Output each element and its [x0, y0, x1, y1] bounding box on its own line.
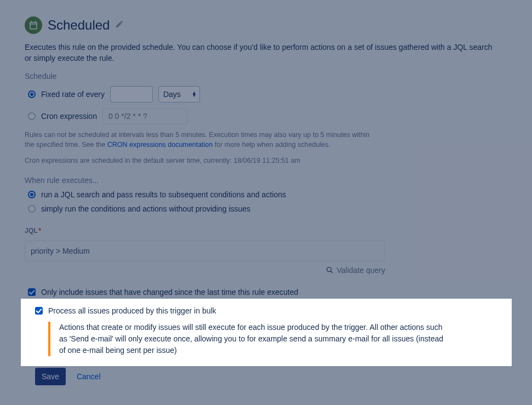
jql-option-label: run a JQL search and pass results to sub… [41, 190, 286, 199]
validate-query-link[interactable]: Validate query [337, 266, 385, 275]
simple-option-radio[interactable] [28, 205, 36, 213]
fixed-rate-label: Fixed rate of every [41, 90, 105, 99]
svg-point-0 [327, 267, 331, 272]
svg-line-1 [330, 271, 333, 273]
fixed-rate-input[interactable] [110, 86, 153, 102]
fixed-rate-radio[interactable] [28, 90, 36, 98]
jql-label: JQL* [25, 227, 41, 235]
process-bulk-label: Process all issues produced by this trig… [48, 306, 216, 315]
simple-option-label: simply run the conditions and actions wi… [41, 204, 250, 213]
scheduled-icon [25, 16, 42, 34]
bulk-info-text: Actions that create or modify issues wil… [59, 322, 448, 356]
jql-input[interactable]: priority > Medium [25, 241, 385, 261]
cron-radio[interactable] [28, 112, 36, 120]
edit-icon[interactable] [115, 20, 124, 31]
cron-input[interactable] [102, 108, 187, 124]
cron-label: Cron expression [41, 112, 97, 121]
save-button[interactable]: Save [35, 368, 66, 385]
cron-doc-link[interactable]: CRON expressions documentation [107, 141, 213, 149]
only-changed-label: Only include issues that have changed si… [41, 288, 298, 296]
execute-label: When rule executes... [25, 176, 507, 185]
info-accent-bar [48, 322, 50, 356]
select-chevrons-icon: ▲▼ [192, 92, 197, 97]
schedule-note-1: Rules can not be scheduled at intervals … [25, 130, 375, 151]
only-changed-checkbox[interactable] [28, 288, 36, 296]
schedule-label: Schedule [25, 72, 507, 81]
page-title: Scheduled [48, 18, 110, 33]
jql-option-radio[interactable] [28, 191, 36, 198]
description: Executes this rule on the provided sched… [25, 42, 496, 64]
bulk-option-panel: Process all issues produced by this trig… [21, 299, 512, 366]
search-icon [325, 266, 334, 274]
process-bulk-checkbox[interactable] [35, 307, 43, 315]
cancel-button[interactable]: Cancel [77, 372, 101, 381]
schedule-note-2: Cron expressions are scheduled in the de… [25, 156, 375, 166]
